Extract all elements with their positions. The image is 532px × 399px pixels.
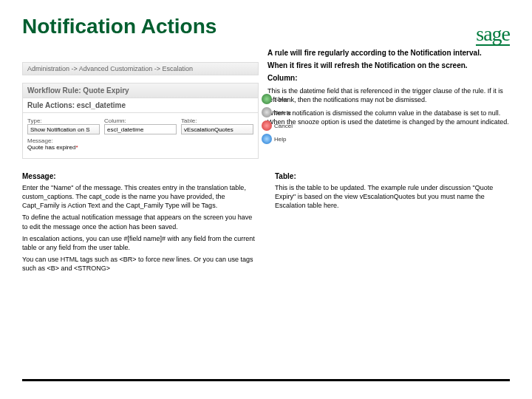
- crm-screenshot: Administration -> Advanced Customization…: [22, 49, 259, 159]
- save-icon: [262, 94, 272, 104]
- page-title: Notification Actions: [0, 0, 532, 38]
- required-star: *: [75, 144, 78, 151]
- cancel-button[interactable]: Cancel: [262, 120, 295, 131]
- brand-logo: sage: [476, 22, 510, 46]
- field-table[interactable]: vEscalationQuotes: [181, 124, 253, 134]
- delete-label: Delete: [274, 109, 291, 116]
- form-area: Type: Show Notification on S Column: esc…: [22, 113, 259, 159]
- intro-line1: A rule will fire regularly according to …: [267, 49, 510, 57]
- table-heading: Table:: [275, 172, 510, 180]
- intro-line2: When it fires it will refresh the Notifi…: [267, 61, 510, 69]
- rule-actions-header: Rule Actions: escl_datetime: [22, 98, 259, 113]
- message-p4: You can use HTML tags such as <BR> to fo…: [22, 255, 257, 273]
- save-label: Save: [274, 96, 287, 103]
- delete-button[interactable]: Delete: [262, 107, 295, 117]
- label-column: Column:: [104, 117, 177, 124]
- message-p3: In escalation actions, you can use #[fie…: [22, 234, 257, 252]
- field-type[interactable]: Show Notification on S: [27, 124, 100, 134]
- workflow-rule-header: Workflow Rule: Quote Expiry: [22, 83, 259, 98]
- help-icon: [262, 134, 272, 144]
- label-type: Type:: [27, 117, 100, 124]
- column-p2: When a notification is dismissed the col…: [267, 109, 510, 126]
- logo-text: sage: [476, 22, 510, 46]
- label-table: Table:: [181, 117, 253, 124]
- table-p1: This is the table to be updated. The exa…: [275, 183, 510, 210]
- field-column[interactable]: escl_datetime: [104, 124, 177, 134]
- cancel-icon: [262, 120, 272, 131]
- delete-icon: [262, 107, 272, 117]
- breadcrumb: Administration -> Advanced Customization…: [22, 62, 259, 75]
- column-p1: This is the datetime field that is refer…: [267, 86, 510, 104]
- save-button[interactable]: Save: [262, 94, 295, 104]
- footer-rule: [22, 379, 510, 381]
- intro-text: A rule will fire regularly according to …: [267, 49, 510, 159]
- message-column: Message: Enter the "Name" of the message…: [22, 172, 257, 276]
- help-label: Help: [274, 136, 286, 143]
- message-p2: To define the actual notification messag…: [22, 213, 257, 231]
- action-column: Save Delete Cancel Help: [262, 94, 295, 144]
- cancel-label: Cancel: [274, 123, 293, 129]
- message-heading: Message:: [22, 172, 257, 180]
- field-message[interactable]: Quote has expired: [27, 144, 75, 151]
- table-column: Table: This is the table to be updated. …: [275, 172, 510, 276]
- label-message: Message:: [27, 137, 253, 144]
- help-button[interactable]: Help: [262, 134, 295, 144]
- message-p1: Enter the "Name" of the message. This cr…: [22, 183, 257, 210]
- column-heading: Column:: [267, 74, 510, 82]
